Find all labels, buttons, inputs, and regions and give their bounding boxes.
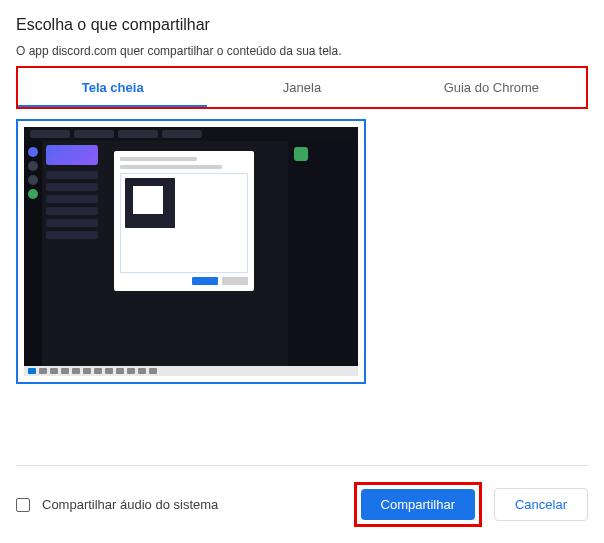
tabs-highlight-annotation: Tela cheia Janela Guia do Chrome [16, 66, 588, 109]
share-button-highlight-annotation: Compartilhar [354, 482, 482, 527]
screen-thumbnail-selected[interactable] [16, 119, 366, 384]
screen-preview-image [24, 127, 358, 376]
tab-fullscreen[interactable]: Tela cheia [18, 68, 207, 107]
tab-window[interactable]: Janela [207, 68, 396, 107]
share-audio-checkbox[interactable] [16, 498, 30, 512]
share-audio-label: Compartilhar áudio do sistema [42, 497, 218, 512]
share-screen-dialog: Escolha o que compartilhar O app discord… [0, 0, 604, 543]
share-button[interactable]: Compartilhar [361, 489, 475, 520]
footer-buttons: Compartilhar Cancelar [354, 482, 588, 527]
cancel-button[interactable]: Cancelar [494, 488, 588, 521]
share-mode-tabs: Tela cheia Janela Guia do Chrome [18, 68, 586, 107]
dialog-subtitle: O app discord.com quer compartilhar o co… [16, 44, 588, 58]
dialog-footer: Compartilhar áudio do sistema Compartilh… [16, 465, 588, 543]
preview-area [16, 109, 588, 384]
tab-chrome[interactable]: Guia do Chrome [397, 68, 586, 107]
dialog-title: Escolha o que compartilhar [16, 16, 588, 34]
